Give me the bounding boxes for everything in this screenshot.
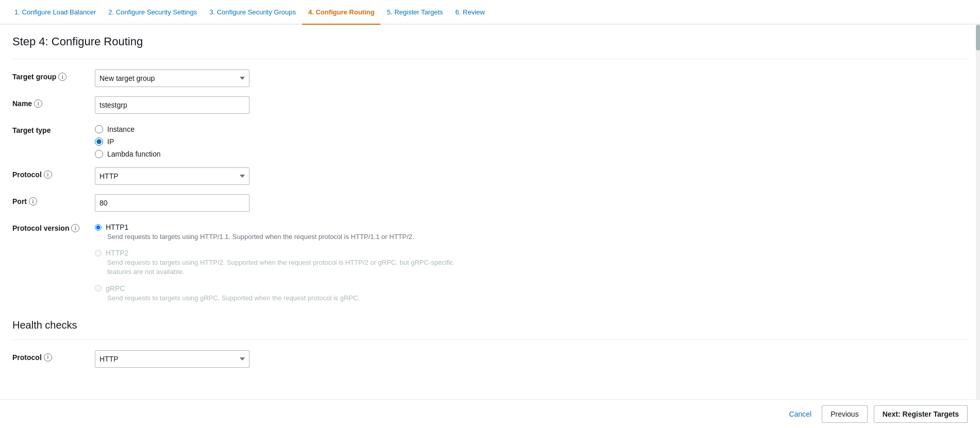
health-checks-title: Health checks xyxy=(12,315,968,331)
target-type-radio-group: Instance IP Lambda function xyxy=(95,123,476,158)
port-label: Port i xyxy=(12,194,95,206)
target-type-label: Target type xyxy=(12,123,95,134)
target-type-instance-radio[interactable] xyxy=(95,125,103,133)
name-label: Name i xyxy=(12,96,95,108)
health-protocol-select[interactable]: HTTP HTTPS xyxy=(95,350,250,368)
health-protocol-control: HTTP HTTPS xyxy=(95,350,968,368)
target-type-ip-radio[interactable] xyxy=(95,138,103,146)
protocol-label: Protocol i xyxy=(12,167,95,179)
name-info-icon[interactable]: i xyxy=(34,99,42,108)
nav-step-4[interactable]: 4. Configure Routing xyxy=(302,0,381,25)
protocol-version-http2-header: HTTP2 xyxy=(95,249,476,257)
protocol-info-icon[interactable]: i xyxy=(44,170,52,179)
protocol-version-info-icon[interactable]: i xyxy=(71,224,79,232)
health-protocol-label: Protocol i xyxy=(12,350,95,362)
target-group-control: New target group Existing target group xyxy=(95,70,476,87)
target-group-select[interactable]: New target group Existing target group xyxy=(95,70,250,87)
nav-step-1[interactable]: 1. Configure Load Balancer xyxy=(8,0,102,25)
cancel-button[interactable]: Cancel xyxy=(785,405,816,423)
protocol-version-http1-label: HTTP1 xyxy=(106,223,128,231)
protocol-version-http2-desc: Send requests to targets using HTTP/2. S… xyxy=(107,258,468,277)
protocol-version-grpc-desc: Send requests to targets using gRPC. Sup… xyxy=(107,294,468,303)
nav-step-2[interactable]: 2. Configure Security Settings xyxy=(102,0,203,25)
protocol-version-http1-radio[interactable] xyxy=(95,224,102,231)
protocol-version-http2-radio[interactable] xyxy=(95,250,102,256)
nav-step-3[interactable]: 3. Configure Security Groups xyxy=(203,0,302,25)
port-row: Port i xyxy=(12,194,476,212)
protocol-version-grpc-header: gRPC xyxy=(95,284,476,293)
target-type-instance-label: Instance xyxy=(107,125,135,133)
health-checks-divider xyxy=(12,339,968,340)
scrollbar-thumb[interactable] xyxy=(976,25,980,50)
target-group-row: Target group i New target group Existing… xyxy=(12,70,476,87)
health-protocol-info-icon[interactable]: i xyxy=(44,353,52,362)
target-type-control: Instance IP Lambda function xyxy=(95,123,476,158)
protocol-version-http1-header: HTTP1 xyxy=(95,223,476,231)
protocol-version-group: HTTP1 Send requests to targets using HTT… xyxy=(95,221,476,303)
next-button[interactable]: Next: Register Targets xyxy=(874,405,968,423)
protocol-version-grpc-label: gRPC xyxy=(106,284,125,293)
target-group-label: Target group i xyxy=(12,70,95,81)
protocol-version-http2-label: HTTP2 xyxy=(106,249,128,257)
port-info-icon[interactable]: i xyxy=(29,197,37,206)
target-type-row: Target type Instance IP xyxy=(12,123,476,158)
previous-button[interactable]: Previous xyxy=(822,405,867,423)
name-input[interactable] xyxy=(95,96,250,114)
target-group-info-icon[interactable]: i xyxy=(58,73,67,81)
main-content: Step 4: Configure Routing Target group i… xyxy=(0,25,980,387)
target-type-ip[interactable]: IP xyxy=(95,138,476,146)
protocol-version-label: Protocol version i xyxy=(12,221,95,232)
title-divider xyxy=(12,59,968,59)
bottom-bar: Cancel Previous Next: Register Targets xyxy=(0,399,980,428)
target-type-lambda-radio[interactable] xyxy=(95,150,103,158)
health-protocol-row: Protocol i HTTP HTTPS xyxy=(12,350,968,368)
scrollbar[interactable] xyxy=(976,25,980,399)
target-type-lambda[interactable]: Lambda function xyxy=(95,150,476,158)
target-type-ip-label: IP xyxy=(107,138,114,146)
protocol-version-row: Protocol version i HTTP1 Send requests t xyxy=(12,221,476,303)
routing-form: Target group i New target group Existing… xyxy=(12,70,476,303)
protocol-version-grpc-radio[interactable] xyxy=(95,285,102,292)
name-row: Name i xyxy=(12,96,476,114)
protocol-version-grpc: gRPC Send requests to targets using gRPC… xyxy=(95,284,476,303)
nav-step-6[interactable]: 6. Review xyxy=(449,0,491,25)
protocol-version-http1: HTTP1 Send requests to targets using HTT… xyxy=(95,223,476,242)
target-type-instance[interactable]: Instance xyxy=(95,125,476,133)
protocol-version-control: HTTP1 Send requests to targets using HTT… xyxy=(95,221,476,303)
protocol-version-http1-desc: Send requests to targets using HTTP/1.1.… xyxy=(107,232,468,242)
port-control xyxy=(95,194,476,212)
nav-step-5[interactable]: 5. Register Targets xyxy=(380,0,449,25)
protocol-control: HTTP HTTPS xyxy=(95,167,476,185)
wizard-nav: 1. Configure Load Balancer 2. Configure … xyxy=(0,0,980,25)
target-type-lambda-label: Lambda function xyxy=(107,150,161,158)
health-checks-section: Health checks Protocol i HTTP HTTPS xyxy=(12,315,968,368)
main-scroll-area: Step 4: Configure Routing Target group i… xyxy=(0,25,980,399)
name-control xyxy=(95,96,476,114)
protocol-select[interactable]: HTTP HTTPS xyxy=(95,167,250,185)
protocol-row: Protocol i HTTP HTTPS xyxy=(12,167,476,185)
protocol-version-http2: HTTP2 Send requests to targets using HTT… xyxy=(95,249,476,277)
page-title: Step 4: Configure Routing xyxy=(12,35,968,48)
port-input[interactable] xyxy=(95,194,250,212)
